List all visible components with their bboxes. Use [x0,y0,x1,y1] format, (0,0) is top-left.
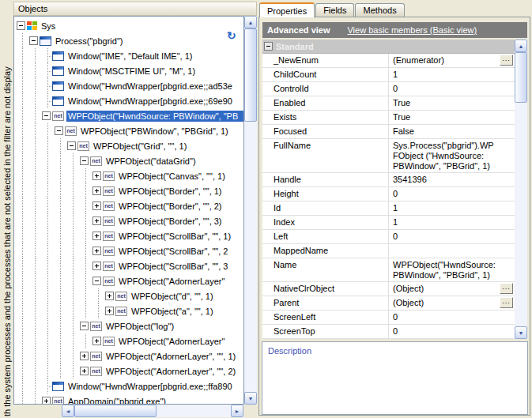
expand-toggle-icon[interactable] [80,352,89,360]
scrollbar-thumb[interactable] [244,28,257,122]
tree-node-label: WPFObject("a", "", 1) [130,306,215,317]
tree-node[interactable]: netWPFObject("PBWindow", "PBGrid", 1) [14,123,243,138]
property-value[interactable]: 3541396 [388,173,515,186]
tree-indent-line [17,168,29,183]
tree-node[interactable]: netAppDomain("pbgrid.exe") [14,394,243,405]
expand-toggle-icon[interactable] [105,292,114,300]
tab-methods[interactable]: Methods [355,3,404,17]
property-value[interactable]: 0 [388,230,515,243]
property-value[interactable]: True [388,111,515,124]
collapse-toggle-icon[interactable] [29,36,38,45]
property-value[interactable]: 0 [388,325,515,338]
property-value[interactable]: True [388,96,515,110]
tree-node[interactable]: netWPFObject("log") [14,318,243,333]
collapse-toggle-icon[interactable] [42,111,51,120]
scroll-down-icon[interactable]: ▼ [515,326,527,339]
tree-indent-line [42,153,55,168]
property-grid-scrollbar[interactable]: ▲ ▼ [515,40,527,339]
ellipsis-button[interactable]: ... [500,55,513,66]
tree-node[interactable]: netWPFObject("Border", "", 1) [14,183,243,198]
tree-node[interactable]: Window("HwndWrapper[pbgrid.exe;;ffa890 [14,378,243,394]
tree-node[interactable]: netWPFObject("Border", "", 2) [14,198,243,213]
scroll-up-icon[interactable]: ▲ [244,16,257,28]
property-value[interactable]: 0 [388,187,515,201]
tree-node[interactable]: netWPFObject("Border", "", 3) [14,213,243,228]
expand-toggle-icon[interactable] [42,397,51,405]
tree-node[interactable]: Sys [14,18,243,33]
tree-indent-line [67,273,80,288]
expand-toggle-icon[interactable] [92,262,101,270]
tree-node[interactable]: netWPFObject("a", "", 1) [14,303,243,318]
collapse-toggle-icon[interactable] [92,277,101,285]
tree-node[interactable]: netWPFObject("ScrollBar", "", 3 [14,258,243,273]
basic-view-link[interactable]: View basic members (Basic view) [347,25,477,35]
tree-horizontal-scrollbar[interactable]: ◄ ► [62,405,243,417]
tree-node[interactable]: netWPFObject("AdornerLayer" [14,333,243,348]
tree-node-label: WPFObject("Grid", "", 1) [92,141,188,152]
property-value[interactable]: Sys.Process("pbgrid").WPFObject ("HwndSo… [388,139,515,172]
tree-node[interactable]: netWPFObject("Canvas", "", 1) [14,168,243,183]
tree-node[interactable]: Window("HwndWrapper[pbgrid.exe;;69e90 [14,93,243,108]
property-value[interactable] [388,244,515,258]
ellipsis-button[interactable]: ... [500,297,513,308]
tree-node[interactable]: Window("HwndWrapper[pbgrid.exe;;ad53e [14,78,243,93]
tree-node[interactable]: netWPFObject("AdornerLayer", "", 1) [14,348,243,363]
tree-node[interactable]: Process("pbgrid") [14,33,243,48]
expand-toggle-icon[interactable] [80,367,89,375]
refresh-icon[interactable]: ↻ [227,30,236,41]
property-value[interactable]: False [388,125,515,138]
expand-toggle-icon[interactable] [105,307,114,315]
tree-node[interactable]: netWPFObject("ScrollBar", "", 2 [14,243,243,258]
expand-toggle-icon[interactable] [92,186,101,195]
collapse-toggle-icon[interactable] [55,126,63,135]
property-value[interactable]: 1 [388,216,515,229]
expand-toggle-icon[interactable] [92,232,101,240]
tree-vertical-scrollbar[interactable]: ▲ ▼ [244,16,257,405]
tree-node-label: WPFObject("Border", "", 1) [117,186,224,197]
tree-node[interactable]: Window("MSCTFIME UI", "M", 1) [14,63,243,78]
collapse-toggle-icon[interactable] [17,21,25,30]
tree-indent-line [29,303,42,318]
property-value[interactable]: (Object) [388,296,515,310]
standard-section-header[interactable]: Standard [262,40,515,54]
property-value[interactable]: 0 [388,311,515,324]
expand-toggle-icon[interactable] [92,247,101,255]
property-row: EnabledTrue [262,96,515,111]
tree-node[interactable]: netWPFObject("Grid", "", 1) [14,138,243,153]
expand-toggle-icon[interactable] [92,217,101,225]
collapse-toggle-icon[interactable] [80,322,89,330]
scroll-right-icon[interactable]: ► [231,405,243,417]
tree-node[interactable]: netWPFObject("AdornerLayer", "", 2) [14,363,243,378]
tree-node[interactable]: netWPFObject("AdornerLayer" [14,273,243,288]
expand-toggle-icon[interactable] [92,171,101,180]
tree-node[interactable]: netWPFObject("HwndSource: PBWindow", "PB [14,108,243,123]
tree-node[interactable]: Window("IME", "Default IME", 1) [14,48,243,63]
expand-toggle-icon[interactable] [92,201,101,210]
tree-indent-line [42,138,55,153]
tree-indent-line [67,288,80,303]
tab-properties[interactable]: Properties [259,2,315,17]
expand-toggle-icon[interactable] [92,337,101,345]
collapse-toggle-icon[interactable] [264,42,273,51]
tree-node[interactable]: netWPFObject("ScrollBar", "", 1) [14,228,243,243]
scroll-up-icon[interactable]: ▲ [515,40,527,52]
tab-fields[interactable]: Fields [315,3,354,17]
property-name: Handle [262,173,388,186]
tree-node[interactable]: netWPFObject("d", "", 1) [14,288,243,303]
tree-indent-line [29,123,42,138]
property-value[interactable]: 1 [388,68,515,81]
property-value[interactable]: WPFObject("HwndSource: PBWindow", "PBGri… [388,258,515,281]
scroll-down-icon[interactable]: ▼ [244,392,257,405]
ellipsis-button[interactable]: ... [500,283,513,294]
property-value[interactable]: 0 [388,82,515,96]
property-value[interactable]: 1 [388,201,515,215]
collapse-toggle-icon[interactable] [67,141,76,150]
tree-indent-line [17,303,29,318]
tree-node[interactable]: netWPFObject("dataGrid") [14,153,243,168]
property-value[interactable]: (Enumerator) [388,54,515,67]
collapse-toggle-icon[interactable] [80,156,89,165]
scrollbar-thumb[interactable] [515,52,527,103]
property-value[interactable]: (Object) [388,282,515,296]
scrollbar-thumb[interactable] [74,405,157,417]
scroll-left-icon[interactable]: ◄ [62,405,74,417]
